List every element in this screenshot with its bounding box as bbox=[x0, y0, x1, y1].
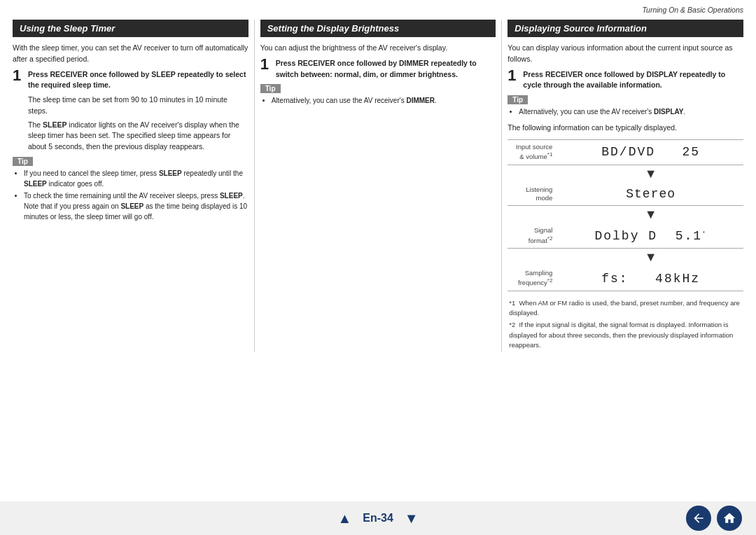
footnote-1: *1 When AM or FM radio is used, the band… bbox=[509, 298, 743, 319]
col-display-brightness: Setting the Display Brightness You can a… bbox=[255, 20, 503, 352]
page-container: Turning On & Basic Operations Using the … bbox=[0, 0, 756, 535]
source-info-intro: You can display various information abou… bbox=[507, 43, 743, 65]
brightness-tip: Tip Alternatively, you can use the AV re… bbox=[260, 84, 496, 106]
sleep-step-bold: Press RECEIVER once followed by SLEEP re… bbox=[28, 70, 246, 90]
sampling-value: fs: 48kHz bbox=[558, 272, 743, 286]
source-tip-label: Tip bbox=[507, 95, 528, 104]
listening-value: Stereo bbox=[558, 187, 743, 201]
sleep-timer-header: Using the Sleep Timer bbox=[13, 20, 248, 37]
header-label-text: Turning On & Basic Operations bbox=[642, 6, 743, 14]
arrow-3: ▼ bbox=[507, 249, 743, 266]
input-label: Input source& volume*1 bbox=[507, 143, 558, 162]
bottom-bar: ▲ En-34 ▼ bbox=[0, 501, 756, 535]
back-button[interactable] bbox=[686, 506, 711, 531]
source-tip: Tip Alternatively, you can use the AV re… bbox=[507, 95, 743, 117]
brightness-header: Setting the Display Brightness bbox=[260, 20, 496, 37]
col-source-info: Displaying Source Information You can di… bbox=[502, 20, 749, 352]
footnotes: *1 When AM or FM radio is used, the band… bbox=[507, 298, 743, 350]
sleep-tip-label: Tip bbox=[13, 157, 33, 166]
following-text: The following information can be typical… bbox=[507, 123, 743, 134]
brightness-step-number: 1 bbox=[260, 57, 272, 81]
display-row-listening: Listeningmode Stereo bbox=[507, 183, 743, 207]
home-button[interactable] bbox=[717, 506, 742, 531]
arrow-2: ▼ bbox=[507, 206, 743, 223]
source-info-header: Displaying Source Information bbox=[507, 20, 743, 37]
brightness-step1: 1 Press RECEIVER once followed by DIMMER… bbox=[260, 58, 496, 81]
signal-value: Dolby D 5.1* bbox=[558, 229, 743, 243]
page-header-label: Turning On & Basic Operations bbox=[0, 0, 756, 17]
page-number: En-34 bbox=[363, 512, 393, 524]
next-page-arrow[interactable]: ▼ bbox=[405, 510, 419, 527]
sleep-tip-content: If you need to cancel the sleep timer, p… bbox=[13, 168, 248, 222]
brightness-tip-content: Alternatively, you can use the AV receiv… bbox=[260, 95, 496, 106]
sleep-step-content: Press RECEIVER once followed by SLEEP re… bbox=[28, 69, 248, 153]
signal-label: Signalformat*2 bbox=[507, 226, 558, 245]
brightness-step-content: Press RECEIVER once followed by DIMMER r… bbox=[276, 58, 496, 81]
source-step-content: Press RECEIVER once followed by DISPLAY … bbox=[523, 69, 743, 92]
arrow-1: ▼ bbox=[507, 165, 743, 183]
main-columns: Using the Sleep Timer With the sleep tim… bbox=[0, 20, 756, 352]
display-info-table: Input source& volume*1 BD/DVD 25 ▼ Liste… bbox=[507, 139, 743, 291]
back-icon bbox=[692, 511, 706, 525]
sleep-tip: Tip If you need to cancel the sleep time… bbox=[13, 157, 248, 222]
display-row-signal: Signalformat*2 Dolby D 5.1* bbox=[507, 223, 743, 249]
footnote-2: *2 If the input signal is digital, the s… bbox=[509, 320, 743, 350]
display-row-input: Input source& volume*1 BD/DVD 25 bbox=[507, 140, 743, 165]
display-row-sampling: Samplingfrequency*2 fs: 48kHz bbox=[507, 266, 743, 291]
sleep-step-number: 1 bbox=[13, 68, 24, 153]
source-tip-content: Alternatively, you can use the AV receiv… bbox=[507, 106, 743, 117]
page-navigation: ▲ En-34 ▼ bbox=[337, 510, 418, 527]
nav-icons-right bbox=[686, 506, 742, 531]
input-value: BD/DVD 25 bbox=[558, 145, 743, 159]
col-sleep-timer: Using the Sleep Timer With the sleep tim… bbox=[7, 20, 255, 352]
brightness-intro: You can adjust the brightness of the AV … bbox=[260, 43, 496, 54]
listening-label: Listeningmode bbox=[507, 186, 558, 203]
brightness-tip-label: Tip bbox=[260, 84, 281, 93]
source-step-number: 1 bbox=[507, 68, 519, 92]
home-icon bbox=[722, 511, 736, 525]
sampling-label: Samplingfrequency*2 bbox=[507, 269, 558, 288]
prev-page-arrow[interactable]: ▲ bbox=[337, 510, 351, 527]
sleep-step1: 1 Press RECEIVER once followed by SLEEP … bbox=[13, 69, 248, 153]
sleep-intro: With the sleep timer, you can set the AV… bbox=[13, 43, 248, 65]
source-step1: 1 Press RECEIVER once followed by DISPLA… bbox=[507, 69, 743, 92]
